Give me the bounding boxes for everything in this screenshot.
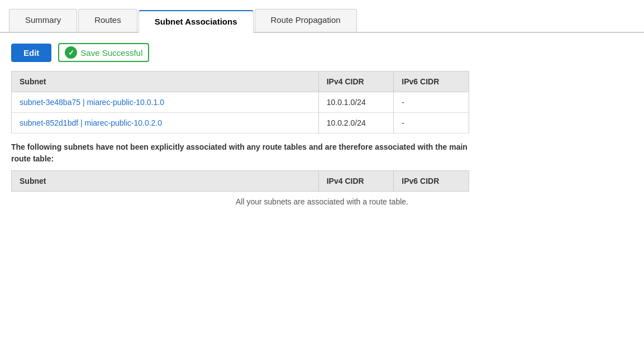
table-row: subnet-852d1bdf | miarec-public-10.0.2.0…	[12, 113, 469, 134]
implicit-table-header: Subnet IPv4 CIDR IPv6 CIDR	[12, 171, 469, 192]
save-success-badge: ✓ Save Successful	[58, 43, 149, 62]
explicit-associations-section: Subnet IPv4 CIDR IPv6 CIDR subnet-3e48ba…	[11, 71, 633, 134]
action-bar: Edit ✓ Save Successful	[11, 43, 633, 62]
subnet-link[interactable]: subnet-852d1bdf | miarec-public-10.0.2.0	[20, 118, 162, 127]
implicit-col-ipv4-header: IPv4 CIDR	[318, 171, 394, 192]
tab-routes[interactable]: Routes	[78, 9, 137, 32]
ipv6-cell: -	[394, 113, 469, 134]
tabs-container: SummaryRoutesSubnet AssociationsRoute Pr…	[0, 0, 644, 33]
implicit-col-ipv6-header: IPv6 CIDR	[394, 171, 469, 192]
implicit-table: Subnet IPv4 CIDR IPv6 CIDR	[11, 170, 469, 192]
content-area: Edit ✓ Save Successful Subnet IPv4 CIDR …	[0, 33, 644, 222]
check-icon: ✓	[65, 46, 77, 59]
col-subnet-header: Subnet	[12, 72, 319, 92]
tab-subnet-associations[interactable]: Subnet Associations	[139, 10, 254, 33]
col-ipv6-header: IPv6 CIDR	[394, 72, 469, 92]
subnet-link[interactable]: subnet-3e48ba75 | miarec-public-10.0.1.0	[20, 98, 164, 107]
implicit-associations-section: Subnet IPv4 CIDR IPv6 CIDR All your subn…	[11, 170, 633, 212]
empty-message: All your subnets are associated with a r…	[11, 192, 633, 212]
save-success-text: Save Successful	[80, 48, 142, 58]
subnet-cell: subnet-852d1bdf | miarec-public-10.0.2.0	[12, 113, 319, 134]
subnet-cell: subnet-3e48ba75 | miarec-public-10.0.1.0	[12, 92, 319, 113]
col-ipv4-header: IPv4 CIDR	[318, 72, 394, 92]
ipv6-cell: -	[394, 92, 469, 113]
ipv4-cell: 10.0.1.0/24	[318, 92, 394, 113]
edit-button[interactable]: Edit	[11, 44, 51, 62]
note-text: The following subnets have not been expl…	[11, 141, 469, 165]
tab-summary[interactable]: Summary	[9, 9, 77, 32]
implicit-col-subnet-header: Subnet	[12, 171, 319, 192]
table-row: subnet-3e48ba75 | miarec-public-10.0.1.0…	[12, 92, 469, 113]
explicit-table-header: Subnet IPv4 CIDR IPv6 CIDR	[12, 72, 469, 92]
tab-route-propagation[interactable]: Route Propagation	[255, 9, 357, 32]
explicit-table: Subnet IPv4 CIDR IPv6 CIDR subnet-3e48ba…	[11, 71, 469, 134]
ipv4-cell: 10.0.2.0/24	[318, 113, 394, 134]
